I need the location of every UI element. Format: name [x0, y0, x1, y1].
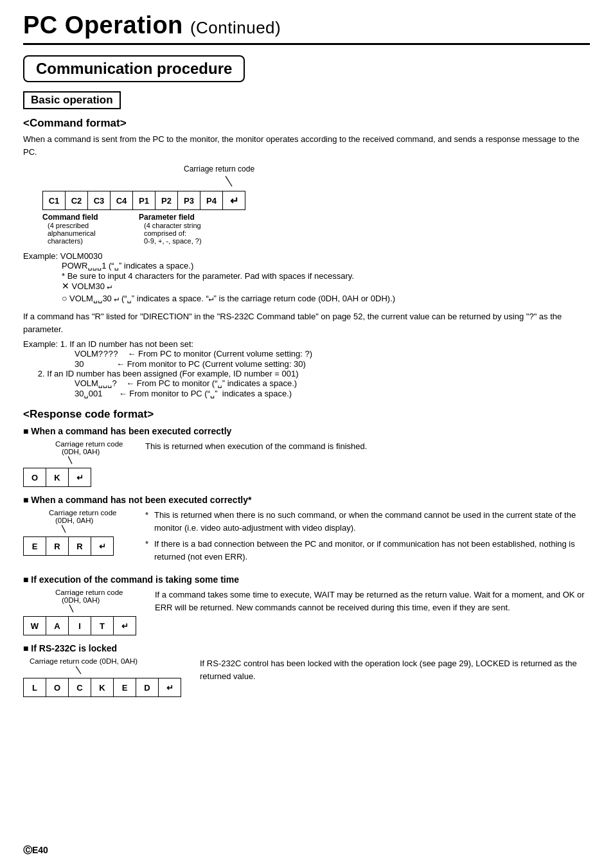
- ok-row: Carriage return code (0DH, 0AH) O K ↵ Th…: [23, 440, 590, 487]
- cmd-cell-return: ↵: [222, 191, 245, 210]
- direction-note: If a command has "R" listed for "DIRECTI…: [23, 310, 590, 335]
- cmd-cell-p1: P1: [132, 191, 155, 210]
- ok-cell-ret: ↵: [68, 468, 91, 487]
- wait-cell-i: I: [68, 616, 91, 635]
- err-heading: ■ When a command has not been executed c…: [23, 495, 590, 505]
- cmd-cell-p3: P3: [177, 191, 200, 210]
- copyright-symbol: Ⓒ: [23, 845, 32, 855]
- page-number: E40: [32, 845, 48, 855]
- locked-cell-ret: ↵: [158, 678, 181, 697]
- err-cr-label: Carriage return code (0DH, 0AH): [49, 509, 126, 524]
- wait-cell-t: T: [91, 616, 114, 635]
- page-footer: ⒸE40: [23, 845, 48, 856]
- command-format-diagram: Carriage return code C1 C2 C3 C4 P1 P2 P…: [42, 164, 590, 245]
- err-cr-arrow: [62, 525, 126, 536]
- err-bullet-list: This is returned when there is no such c…: [145, 509, 590, 563]
- wait-diagram: Carriage return code (0DH, 0AH) W A I T …: [23, 589, 136, 635]
- ok-heading-text: ■ When a command has been executed corre…: [23, 426, 231, 436]
- wait-cells: W A I T ↵: [23, 616, 136, 635]
- cmd-cell-c3: C3: [87, 191, 111, 210]
- locked-cell-o: O: [46, 678, 69, 697]
- param-field-label: Parameter field: [139, 213, 242, 222]
- cmd-field-label: Command field: [42, 213, 138, 222]
- cmd-cell-c4: C4: [110, 191, 133, 210]
- err-cell-r2: R: [68, 536, 91, 556]
- example-block: Example: VOLM0030 POWR␣␣␣1 (“␣” indicate…: [23, 251, 590, 304]
- locked-heading-text: ■ If RS-232C is locked: [23, 643, 117, 653]
- ok-cell-o: O: [23, 468, 46, 487]
- example2-line-1: VOLM???? ← From PC to monitor (Current v…: [75, 349, 590, 359]
- err-cell-ret: ↵: [91, 536, 114, 556]
- locked-text: If RS-232C control has been locked with …: [200, 657, 590, 682]
- err-bullet-2: If there is a bad connection between the…: [145, 538, 590, 563]
- cmd-cell-p2: P2: [155, 191, 178, 210]
- err-cell-r1: R: [46, 536, 69, 556]
- ok-cr-arrow: [68, 456, 126, 467]
- title-text: PC Operation: [23, 12, 183, 39]
- cmd-cell-p4: P4: [200, 191, 223, 210]
- ok-cell-k: K: [46, 468, 69, 487]
- wait-row: Carriage return code (0DH, 0AH) W A I T …: [23, 589, 590, 635]
- wait-text: If a command takes some time to execute,…: [155, 589, 590, 614]
- page-title: PC Operation (Continued): [23, 12, 590, 45]
- example2-line-2: 30 ← From monitor to PC (Current volume …: [75, 359, 590, 369]
- example2-line-4: VOLM␣␣␣? ← From PC to monitor (“␣” indic…: [75, 378, 590, 389]
- field-labels: Command field (4 prescribed alphanumeric…: [42, 213, 590, 245]
- err-cells: E R R ↵: [23, 536, 126, 556]
- example2-line-5: 30␣001 ← From monitor to PC (“␣” indicat…: [75, 389, 590, 399]
- command-format-intro: When a command is sent from the PC to th…: [23, 133, 590, 158]
- svg-line-2: [62, 525, 66, 533]
- cmd-field-block: Command field (4 prescribed alphanumeric…: [42, 213, 138, 245]
- locked-cr-arrow: [76, 666, 181, 677]
- wait-cell-a: A: [46, 616, 69, 635]
- title-continued: (Continued): [190, 18, 281, 37]
- cmd-field-sub1: (4 prescribed: [48, 222, 138, 229]
- page: PC Operation (Continued) Communication p…: [0, 0, 613, 868]
- response-section: <Response code format> ■ When a command …: [23, 408, 590, 697]
- param-field-sub2: comprised of:: [144, 229, 242, 237]
- basic-op-heading: Basic operation: [23, 91, 121, 109]
- cmd-field-sub2: alphanumerical: [48, 229, 138, 237]
- param-field-sub3: 0-9, +, -, space, ?): [144, 237, 242, 245]
- param-field-block: Parameter field (4 character string comp…: [139, 213, 242, 245]
- param-field-sub1: (4 character string: [144, 222, 242, 229]
- example-label: Example: VOLM0030: [23, 251, 590, 261]
- wait-heading-text: ■ If execution of the command is taking …: [23, 574, 239, 585]
- locked-row: Carriage return code (0DH, 0AH) L O C K …: [23, 657, 590, 697]
- locked-cell-e: E: [113, 678, 136, 697]
- wait-cell-ret: ↵: [113, 616, 136, 635]
- ok-cr-label: Carriage return code (0DH, 0AH): [55, 440, 126, 456]
- err-bullet-1: This is returned when there is no such c…: [145, 509, 590, 534]
- svg-line-1: [68, 456, 72, 464]
- err-diagram: Carriage return code (0DH, 0AH) E R R ↵: [23, 509, 126, 556]
- locked-diagram: Carriage return code (0DH, 0AH) L O C K …: [23, 657, 181, 697]
- err-row: Carriage return code (0DH, 0AH) E R R ↵ …: [23, 509, 590, 567]
- example-line-2: * Be sure to input 4 characters for the …: [62, 271, 590, 281]
- err-text: This is returned when there is no such c…: [145, 509, 590, 567]
- example-line-1: POWR␣␣␣1 (“␣” indicates a space.): [62, 261, 590, 271]
- carriage-return-arrow: [226, 176, 590, 190]
- svg-line-3: [69, 605, 73, 612]
- cmd-field-sub3: characters): [48, 237, 138, 245]
- carriage-return-label: Carriage return code: [184, 164, 590, 173]
- comm-proc-heading: Communication procedure: [23, 55, 245, 82]
- command-format-heading: <Command format>: [23, 117, 590, 130]
- wait-cell-w: W: [23, 616, 46, 635]
- wait-cr-label: Carriage return code (0DH, 0AH): [55, 589, 136, 604]
- locked-cell-k: K: [91, 678, 114, 697]
- example2-label: Example: 1. If an ID number has not been…: [23, 339, 590, 349]
- locked-cell-l: L: [23, 678, 46, 697]
- err-cell-e: E: [23, 536, 46, 556]
- locked-heading: ■ If RS-232C is locked: [23, 643, 590, 653]
- ok-heading: ■ When a command has been executed corre…: [23, 426, 590, 436]
- locked-cr-label: Carriage return code (0DH, 0AH): [30, 657, 181, 665]
- example2-line-3: 2. If an ID number has been assigned (Fo…: [31, 369, 590, 378]
- ok-diagram: Carriage return code (0DH, 0AH) O K ↵: [23, 440, 126, 487]
- response-format-heading: <Response code format>: [23, 408, 590, 421]
- ok-cells: O K ↵: [23, 468, 126, 487]
- example-line-4: ○ VOLM␣␣30 ↵ (“␣” indicates a space. “↵”…: [62, 293, 590, 304]
- locked-cell-c: C: [68, 678, 91, 697]
- example-line-3: ✕ VOLM30 ↵: [62, 281, 590, 292]
- command-cells: C1 C2 C3 C4 P1 P2 P3 P4 ↵: [42, 191, 590, 210]
- ok-text: This is returned when execution of the c…: [145, 440, 590, 453]
